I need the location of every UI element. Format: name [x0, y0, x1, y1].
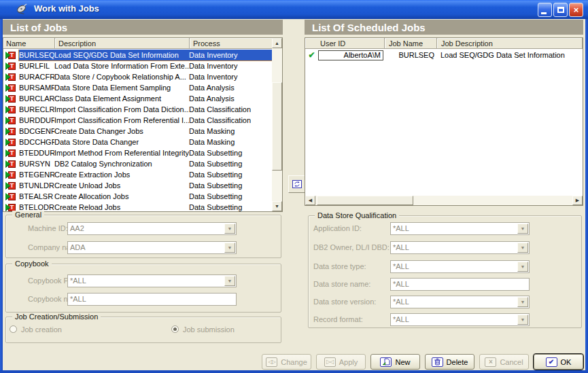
row-highlight: BURSYNDB2 Catalog SynchronizationData Su…	[19, 158, 272, 169]
change-button: ◁▷ Change	[262, 354, 311, 370]
job-description-cell: Import Classification From Data Diction.…	[54, 105, 189, 113]
combo-value: *ALL	[391, 261, 529, 270]
table-row[interactable]: TBURSAMRData Store Data Element Sampling…	[3, 82, 272, 93]
column-header-job-description[interactable]: Job Description	[437, 38, 583, 48]
job-creation-group: Job Creation/Submission Job creation Job…	[5, 317, 281, 343]
table-row[interactable]: ✔AlbertoA\MBURLSEQLoad SEQ/GDG Data Set …	[305, 50, 583, 60]
table-row[interactable]: TBURDDURImport Classification From Refer…	[3, 115, 272, 126]
minimize-button[interactable]	[538, 3, 552, 17]
work-with-jobs-window: Work with Jobs × List of Jobs List Of Sc…	[0, 0, 588, 373]
jobs-vertical-scrollbar[interactable]: ▲ ▼	[272, 38, 282, 211]
run-job-icon	[5, 73, 10, 80]
table-row[interactable]: TBTEGENRCreate Extraction JobsData Subse…	[3, 169, 272, 180]
job-description-cell: Load Data Store Information From Exte...	[54, 62, 189, 70]
cancel-button-label: Cancel	[500, 358, 523, 366]
column-header-name[interactable]: Name	[3, 38, 55, 48]
table-row[interactable]: TBTELODRCreate Reload JobsData Subsettin…	[3, 202, 272, 211]
ok-button-label: OK	[561, 358, 572, 366]
scheduled-horizontal-scrollbar[interactable]: ◀ ▶	[305, 196, 583, 205]
record-format-combo[interactable]: *ALL ▼	[390, 313, 530, 326]
copybook-group: Copybook Copybook PDS: *ALL ▼ Copybook n…	[5, 264, 281, 313]
chevron-down-icon[interactable]: ▼	[517, 315, 528, 325]
column-header-user-id[interactable]: User ID	[305, 38, 385, 48]
job-submission-radio[interactable]	[171, 325, 179, 333]
data-store-version-combo[interactable]: *ALL ▼	[390, 296, 530, 308]
ok-button[interactable]: ✔ OK	[534, 354, 583, 370]
chevron-down-icon[interactable]: ▼	[517, 224, 528, 234]
db2-owner-combo[interactable]: *ALL ▼	[390, 241, 530, 254]
scroll-right-icon[interactable]: ▶	[572, 196, 583, 205]
new-button[interactable]: New	[370, 354, 420, 370]
copybook-name-input[interactable]: *ALL	[67, 293, 237, 306]
table-row[interactable]: TBTEALSRCreate Allocation JobsData Subse…	[3, 191, 272, 202]
job-description-cell: Create Data Changer Jobs	[54, 127, 189, 135]
machine-id-combo[interactable]: AA2 ▼	[67, 222, 237, 235]
scroll-down-icon[interactable]: ▼	[272, 201, 282, 211]
table-row[interactable]: TBDCGENRCreate Data Changer JobsData Mas…	[3, 126, 272, 137]
left-panel-header: List of Jobs	[3, 20, 283, 35]
data-store-name-input[interactable]: *ALL	[390, 278, 530, 291]
chevron-down-icon[interactable]: ▼	[224, 276, 235, 286]
table-row[interactable]: TBTUNLDRCreate Unload JobsData Subsettin…	[3, 180, 272, 191]
data-store-type-combo[interactable]: *ALL ▼	[390, 260, 530, 273]
run-job-icon	[5, 63, 10, 69]
data-store-name-label: Data store name:	[313, 280, 370, 288]
job-name-cell: BURECLR	[19, 105, 54, 113]
column-header-description[interactable]: Description	[55, 38, 190, 48]
job-name-cell: BDCCHGR	[19, 138, 54, 146]
table-row[interactable]: TBURCLARClass Data Element AssignmentDat…	[3, 93, 272, 104]
job-name-cell: BURCLAR	[19, 94, 54, 103]
right-panel-header: List Of Scheduled Jobs	[305, 20, 583, 35]
job-process-cell: Data Inventory	[189, 73, 272, 81]
job-description-cell: Data Store Data Element Sampling	[54, 84, 189, 92]
run-job-icon	[5, 193, 10, 200]
combo-value: AA2	[68, 223, 236, 232]
job-name-cell: BTEALSR	[19, 192, 54, 200]
table-row[interactable]: TBURECLRImport Classification From Data …	[3, 104, 272, 115]
job-name-cell: BURLFIL	[19, 62, 54, 70]
table-row[interactable]: TBDCCHGRData Store Data ChangerData Mask…	[3, 137, 272, 147]
maximize-icon	[557, 7, 564, 13]
column-header-process[interactable]: Process	[190, 38, 282, 48]
table-row[interactable]: TBURLSEQLoad SEQ/GDG Data Set Informatio…	[3, 50, 272, 60]
titlebar[interactable]: Work with Jobs ×	[0, 0, 588, 19]
table-row[interactable]: TBURSYNDB2 Catalog SynchronizationData S…	[3, 158, 272, 169]
new-icon	[380, 357, 392, 367]
row-highlight: BTUNLDRCreate Unload JobsData Subsetting	[19, 180, 272, 191]
copybook-pds-combo[interactable]: *ALL ▼	[67, 274, 237, 287]
job-description-cell: Load SEQ/GDG Data Set Information	[437, 51, 583, 59]
application-id-label: Application ID:	[313, 224, 362, 232]
job-name-cell: BURDDUR	[19, 116, 54, 124]
job-description-cell: Create Unload Jobs	[54, 181, 189, 190]
run-job-icon	[5, 139, 10, 145]
job-description-cell: Data Store Data Changer	[54, 138, 189, 146]
delete-button-label: Delete	[447, 358, 468, 366]
column-header-job-name[interactable]: Job Name	[385, 38, 437, 48]
general-group: General Machine ID: AA2 ▼ Company name: …	[5, 215, 281, 258]
input-value: *ALL	[391, 279, 529, 288]
job-process-cell: Data Subsetting	[189, 181, 272, 190]
table-row[interactable]: TBURLFILLoad Data Store Information From…	[3, 60, 272, 71]
scrollbar-thumb[interactable]	[317, 196, 413, 205]
application-id-combo[interactable]: *ALL ▼	[390, 222, 530, 235]
table-row[interactable]: TBTEDDURImport Method From Referential I…	[3, 147, 272, 158]
chevron-down-icon[interactable]: ▼	[224, 224, 235, 234]
scrollbar-thumb[interactable]	[272, 82, 282, 171]
job-name-cell: BURSAMR	[19, 84, 54, 92]
job-process-cell: Data Subsetting	[189, 192, 272, 200]
scroll-up-icon[interactable]: ▲	[272, 38, 282, 48]
company-name-combo[interactable]: ADA ▼	[67, 241, 237, 254]
delete-button[interactable]: Delete	[425, 354, 474, 370]
chevron-down-icon[interactable]: ▼	[517, 262, 528, 272]
close-button[interactable]: ×	[569, 3, 583, 17]
job-creation-radio[interactable]	[10, 325, 17, 333]
chevron-down-icon[interactable]: ▼	[517, 297, 528, 307]
maximize-button[interactable]	[553, 3, 568, 17]
job-name-cell: BURSYN	[19, 160, 54, 168]
chevron-down-icon[interactable]: ▼	[517, 243, 528, 253]
table-row[interactable]: TBURACFRData Store / Copybook Relationsh…	[3, 71, 272, 82]
transfer-job-button[interactable]	[288, 175, 306, 193]
scroll-left-icon[interactable]: ◀	[305, 196, 315, 205]
chevron-down-icon[interactable]: ▼	[224, 243, 235, 253]
window-controls: ×	[538, 3, 583, 17]
